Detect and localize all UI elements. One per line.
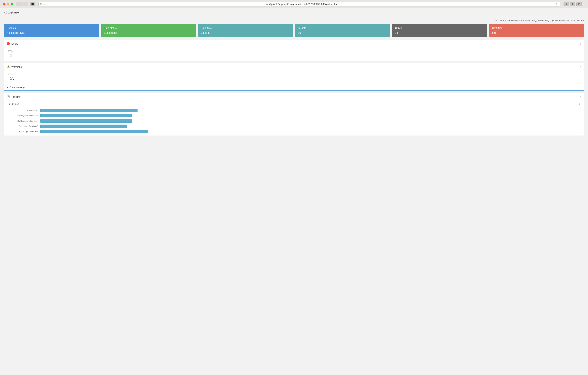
build-times-label: Build times xyxy=(8,103,19,105)
warnings-total-value: 53 xyxy=(8,76,580,81)
stat-card-build-time: Build time 33 secs xyxy=(198,24,293,37)
errors-icon: 🔴 xyxy=(7,42,10,45)
bar-row: Build system information xyxy=(8,114,580,117)
add-tab-button[interactable]: + xyxy=(583,2,585,6)
sidebar-icon: ⊡ xyxy=(31,2,34,6)
warnings-total-label: Total xyxy=(8,73,580,76)
errors-total-value: 0 xyxy=(8,53,580,58)
browser-chrome: ‹ › ⊡ ⓵ ••• file:///private/tmp/build/xc… xyxy=(0,0,588,8)
timeline-title: Timeline xyxy=(11,95,21,98)
address-bar-container: ⓵ ••• file:///private/tmp/build/xclogpar… xyxy=(38,2,560,6)
stat-card-value-c-files: 16 xyxy=(395,31,484,34)
stat-card-label-c-files: C files xyxy=(395,27,484,29)
stat-card-label-build-status: Build status xyxy=(104,27,193,29)
warnings-section: ⚠️ Warnings △ Total 53 ▶ Show warnings xyxy=(4,63,584,91)
warnings-title: Warnings xyxy=(11,66,21,68)
warnings-section-header: ⚠️ Warnings △ xyxy=(4,63,584,70)
timeline-content: Build times ≡ Prepare build Build system… xyxy=(4,100,584,136)
show-warnings-arrow-icon: ▶ xyxy=(7,86,8,88)
nav-forward-button[interactable]: › xyxy=(22,2,28,6)
timeline-icon: 🕑 xyxy=(7,95,10,98)
stat-card-value-build-status: Succeeded xyxy=(104,31,193,34)
timeline-collapse-button[interactable]: △ xyxy=(580,96,581,98)
app-window: XCLogParser Kickstarter-iOS Build ERICK'… xyxy=(0,8,588,375)
traffic-light-minimize[interactable] xyxy=(7,3,9,5)
stat-card-value-schema: Kickstarter-iOS xyxy=(7,31,96,34)
traffic-light-close[interactable] xyxy=(3,3,5,5)
app-title: XCLogParser xyxy=(4,11,20,14)
errors-section-header: 🔴 Errors △ xyxy=(4,40,584,47)
stat-card-label-swift-files: Swift files xyxy=(492,27,581,29)
bar-track xyxy=(40,114,580,117)
stat-card-label-targets: Targets xyxy=(298,27,387,29)
more-icon: ••• xyxy=(44,3,47,5)
bar-label: Prepare build xyxy=(8,109,38,111)
bar-fill xyxy=(40,114,132,117)
stat-card-value-swift-files: 868 xyxy=(492,31,581,34)
window-button[interactable]: ⊞ xyxy=(577,2,582,6)
address-bar[interactable]: file:///private/tmp/build/xclogparser/re… xyxy=(48,3,555,5)
stat-card-value-build-time: 33 secs xyxy=(201,31,290,34)
warnings-body: Total 53 xyxy=(4,70,584,84)
bar-row: Build target Result-iOS xyxy=(8,125,580,128)
bar-track xyxy=(40,130,580,133)
timeline-title-row: 🕑 Timeline xyxy=(7,95,21,98)
warnings-title-row: ⚠️ Warnings xyxy=(7,65,21,68)
sidebar-toggle-button[interactable]: ⊡ xyxy=(30,2,35,6)
bar-row: Prepare build xyxy=(8,109,580,112)
bar-row: Build system information xyxy=(8,119,580,123)
bar-track xyxy=(40,125,580,128)
lock-icon: ⓵ xyxy=(40,3,42,5)
traffic-light-fullscreen[interactable] xyxy=(10,3,13,5)
build-meta: Kickstarter-iOS Build ERICK's MacBook Pr… xyxy=(4,19,584,22)
build-times-header: Build times ≡ xyxy=(8,103,580,106)
warnings-icon: ⚠️ xyxy=(7,65,10,68)
share-button[interactable]: ⬆ xyxy=(570,2,575,6)
browser-actions: ⬇ ⬆ ⊞ + xyxy=(564,2,585,6)
stat-card-c-files: C files 16 xyxy=(392,24,487,37)
bar-label: Build system information xyxy=(8,115,38,117)
download-button[interactable]: ⬇ xyxy=(564,2,569,6)
app-header: XCLogParser xyxy=(0,8,588,16)
show-warnings-button[interactable]: ▶ Show warnings xyxy=(4,84,584,91)
errors-title: Errors xyxy=(11,42,18,45)
errors-section: 🔴 Errors △ Total 0 xyxy=(4,40,584,61)
content-area: Kickstarter-iOS Build ERICK's MacBook Pr… xyxy=(0,16,588,141)
bar-fill xyxy=(40,125,127,128)
stat-card-targets: Targets 19 xyxy=(295,24,390,37)
warnings-collapse-button[interactable]: △ xyxy=(580,66,581,68)
timeline-section-header: 🕑 Timeline △ xyxy=(4,93,584,100)
bar-fill xyxy=(40,119,132,123)
bar-track xyxy=(40,109,580,112)
bar-label: Build target Result-iOS xyxy=(8,125,38,127)
stat-card-swift-files: Swift files 868 xyxy=(489,24,584,37)
stat-card-value-targets: 19 xyxy=(298,31,387,34)
stat-cards: Schema Kickstarter-iOS Build status Succ… xyxy=(4,24,584,37)
bar-chart: Prepare build Build system information B… xyxy=(8,109,580,133)
bar-label: Build target Runes-iOS xyxy=(8,131,38,133)
errors-title-row: 🔴 Errors xyxy=(7,42,18,45)
nav-buttons: ‹ › xyxy=(16,2,28,6)
errors-collapse-button[interactable]: △ xyxy=(580,43,581,45)
stat-card-label-build-time: Build time xyxy=(201,27,290,29)
stat-card-schema: Schema Kickstarter-iOS xyxy=(4,24,99,37)
traffic-lights xyxy=(3,3,13,5)
reload-button[interactable]: ↻ xyxy=(556,3,558,6)
bar-track xyxy=(40,119,580,123)
hamburger-icon[interactable]: ≡ xyxy=(579,103,580,106)
bar-row: Build target Runes-iOS xyxy=(8,130,580,133)
errors-body: Total 0 xyxy=(4,47,584,61)
show-warnings-label: Show warnings xyxy=(10,86,25,88)
nav-back-button[interactable]: ‹ xyxy=(16,2,22,6)
stat-card-label-schema: Schema xyxy=(7,27,96,29)
timeline-section: 🕑 Timeline △ Build times ≡ Prepare build… xyxy=(4,93,584,136)
errors-total-label: Total xyxy=(8,50,580,52)
stat-card-build-status: Build status Succeeded xyxy=(101,24,196,37)
bar-fill xyxy=(40,109,137,112)
bar-label: Build system information xyxy=(8,120,38,122)
bar-fill xyxy=(40,130,148,133)
